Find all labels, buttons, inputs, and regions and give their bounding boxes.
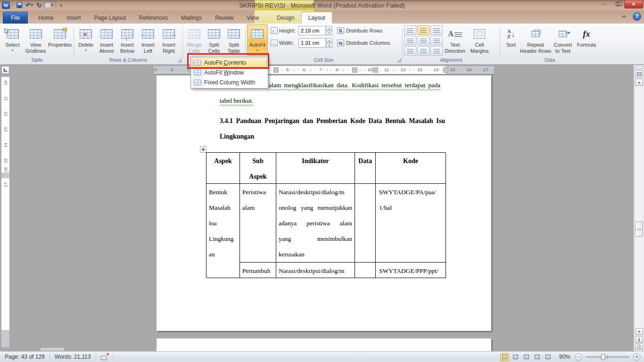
- table-cell[interactable]: Peristiwaalam: [240, 184, 276, 263]
- customize-qat-button[interactable]: —▾: [59, 3, 63, 7]
- split-cells-button[interactable]: SplitCells: [204, 25, 224, 56]
- document-page-next[interactable]: [157, 338, 491, 351]
- align-bottom-left-button[interactable]: [404, 46, 416, 56]
- rows-columns-dialog-launcher-icon[interactable]: [177, 58, 182, 62]
- align-bottom-right-button[interactable]: [430, 46, 443, 56]
- view-ruler-toggle[interactable]: [635, 70, 643, 78]
- autofit-button[interactable]: ↔ AutoFit▾: [247, 25, 268, 56]
- tab-page-layout[interactable]: Page Layout: [87, 12, 132, 24]
- page-indicator[interactable]: Page: 43 of 129: [0, 352, 50, 362]
- select-button[interactable]: Select▾: [1, 25, 24, 56]
- tab-insert[interactable]: Insert: [60, 12, 87, 24]
- cell-margins-button[interactable]: CellMargins: [467, 25, 492, 56]
- zoom-out-button[interactable]: −: [575, 354, 582, 361]
- convert-to-text-button[interactable]: ↪ Convertto Text: [551, 25, 575, 56]
- zoom-in-button[interactable]: +: [633, 354, 640, 361]
- table-header-cell[interactable]: Aspek: [206, 153, 240, 184]
- zoom-slider[interactable]: [586, 356, 629, 358]
- table-cell[interactable]: Pertumbuh: [240, 263, 276, 278]
- scroll-up-icon[interactable]: ▲: [635, 79, 643, 86]
- tab-stop-selector[interactable]: [1, 66, 9, 74]
- tab-layout[interactable]: Layout: [301, 11, 332, 24]
- word-app-icon[interactable]: W: [2, 1, 10, 9]
- menu-item-autofit-window[interactable]: AutoFit Window: [192, 67, 267, 77]
- row-height-spinner[interactable]: ▲▼: [326, 26, 332, 35]
- repeat-header-rows-button[interactable]: RepeatHeader Rows: [520, 25, 551, 56]
- tab-mailings[interactable]: Mailings: [174, 12, 208, 24]
- outline-view-button[interactable]: [533, 353, 542, 361]
- minimize-button[interactable]: –: [598, 0, 611, 8]
- word-count[interactable]: Words: 21,113: [50, 352, 96, 362]
- previous-page-button[interactable]: ▲▲: [635, 336, 643, 343]
- distribute-rows-button[interactable]: ⇅ Distribute Rows: [337, 25, 390, 36]
- web-layout-view-button[interactable]: [522, 353, 531, 361]
- properties-button[interactable]: Properties: [48, 25, 72, 56]
- insert-below-button[interactable]: ↓ InsertBelow: [117, 25, 138, 56]
- table-move-handle-icon[interactable]: ✛: [200, 146, 206, 153]
- table-cell[interactable]: [355, 263, 376, 278]
- row-height-input[interactable]: 2.19 cm: [298, 26, 326, 35]
- undo-caret-icon[interactable]: ▾: [31, 3, 33, 7]
- column-width-input[interactable]: 1.31 cm: [298, 38, 326, 48]
- select-browse-object-button[interactable]: [635, 343, 643, 349]
- table-cell[interactable]: SWYTADGE/PPP/ppt/: [376, 263, 446, 278]
- tab-design[interactable]: Design: [270, 12, 301, 24]
- menu-item-fixed-column-width[interactable]: Fixed Column Width: [192, 77, 267, 87]
- insert-above-button[interactable]: ↑ InsertAbove: [96, 25, 117, 56]
- view-gridlines-button[interactable]: ViewGridlines: [24, 25, 48, 56]
- redo-button[interactable]: ↻: [35, 1, 43, 9]
- scrollbar-thumb[interactable]: [635, 222, 643, 237]
- tab-view[interactable]: View: [240, 12, 266, 24]
- table-header-cell[interactable]: Data: [355, 153, 376, 184]
- delete-button[interactable]: × Delete▾: [75, 25, 96, 56]
- align-center-button[interactable]: [417, 36, 429, 45]
- table-header-cell[interactable]: Kode: [376, 153, 446, 184]
- collapse-ribbon-icon[interactable]: [620, 13, 629, 20]
- table-column-marker[interactable]: [352, 67, 357, 73]
- align-center-left-button[interactable]: [404, 36, 416, 45]
- fullscreen-reading-view-button[interactable]: [511, 353, 520, 361]
- align-top-right-button[interactable]: [430, 25, 443, 35]
- document-page[interactable]: alam mengklasifikasikan data. Kodifikasi…: [157, 75, 491, 331]
- document-table[interactable]: Aspek SubAspek Indikator Data Kode Bentu…: [206, 152, 446, 278]
- table-column-marker[interactable]: [443, 67, 448, 73]
- print-layout-view-button[interactable]: [500, 353, 509, 361]
- tab-references[interactable]: References: [132, 12, 174, 24]
- tab-file[interactable]: File: [3, 12, 28, 24]
- text-direction-button[interactable]: A TextDirection: [443, 25, 467, 56]
- split-handle[interactable]: [635, 66, 643, 69]
- close-button[interactable]: ×: [624, 0, 643, 8]
- horizontal-scrollbar-thumb[interactable]: [41, 348, 64, 351]
- help-icon[interactable]: ?: [633, 12, 641, 21]
- table-cell[interactable]: Narasi/deskripsi/dialog/m onolog yang me…: [276, 184, 355, 263]
- formula-button[interactable]: fx Formula: [575, 25, 598, 56]
- scroll-down-icon[interactable]: ▼: [635, 328, 643, 335]
- table-cell[interactable]: BentukMasalahIsuLingkungan: [206, 184, 240, 278]
- insert-left-button[interactable]: ← InsertLeft: [138, 25, 158, 56]
- split-table-button[interactable]: SplitTable: [224, 25, 244, 56]
- cell-size-dialog-launcher-icon[interactable]: [397, 58, 401, 62]
- row-boundary-marker[interactable]: [1, 173, 9, 178]
- tab-home[interactable]: Home: [32, 12, 60, 24]
- save-button[interactable]: [15, 1, 24, 9]
- undo-button[interactable]: ↶▾: [25, 1, 33, 9]
- table-cell[interactable]: [355, 184, 376, 263]
- zoom-level[interactable]: 90%: [559, 354, 570, 360]
- draft-view-button[interactable]: [544, 353, 553, 361]
- distribute-columns-button[interactable]: ⇆ Distribute Columns: [337, 38, 390, 48]
- table-column-marker[interactable]: [273, 67, 279, 73]
- proofing-status-button[interactable]: ×: [96, 352, 113, 362]
- column-width-spinner[interactable]: ▲▼: [326, 38, 332, 48]
- align-top-center-button[interactable]: [417, 25, 429, 35]
- sort-button[interactable]: AZ ↓ Sort: [502, 25, 520, 56]
- table-column-marker[interactable]: [373, 67, 378, 73]
- table-cell[interactable]: SWYTADGE/PA/paa/1/hal: [376, 184, 446, 263]
- table-borders-button[interactable]: ▾: [45, 1, 53, 9]
- table-cell[interactable]: Narasi/deskripsi/dialog/m: [276, 263, 355, 278]
- table-header-cell[interactable]: Indikator: [276, 153, 355, 184]
- zoom-slider-thumb[interactable]: [601, 354, 605, 360]
- align-top-left-button[interactable]: [404, 25, 416, 35]
- align-bottom-center-button[interactable]: [417, 46, 429, 56]
- restore-button[interactable]: [611, 0, 624, 8]
- table-header-cell[interactable]: SubAspek: [240, 153, 276, 184]
